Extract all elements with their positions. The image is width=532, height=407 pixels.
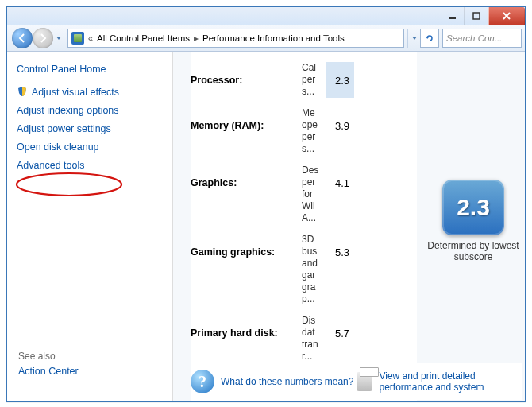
action-center-link[interactable]: Action Center [18, 366, 79, 377]
recent-dropdown[interactable] [53, 35, 64, 41]
table-row: Gaming graphics: 3D bus and gar gra p...… [191, 229, 417, 310]
row-desc: Dis dat tran r... [302, 315, 326, 362]
row-label: Processor: [191, 62, 302, 98]
sidebar-link-label: Adjust visual effects [32, 87, 119, 98]
sidebar: Control Panel Home Adjust visual effects… [7, 52, 172, 401]
row-desc: Me ope per s... [302, 107, 326, 155]
crumb-prefix: « [86, 33, 95, 43]
table-row: Graphics: Des per for Wii A... 4.1 [191, 160, 417, 229]
link-text: What do these numbers mean? [221, 376, 353, 387]
table-row: Processor: Cal per s... 2.3 [191, 57, 417, 103]
svg-point-2 [17, 173, 121, 196]
nav-back-forward [7, 28, 64, 48]
row-score: 4.1 [326, 165, 354, 224]
svg-rect-0 [449, 17, 456, 19]
bottom-links: ? What do these numbers mean? View and p… [191, 363, 522, 400]
address-dropdown[interactable] [407, 29, 420, 48]
search-input[interactable]: Search Con... [442, 29, 522, 48]
base-score-badge: 2.3 [442, 180, 504, 235]
chevron-right-icon: ▸ [191, 33, 201, 44]
row-desc: Des per for Wii A... [302, 165, 326, 224]
row-label: Memory (RAM): [191, 107, 302, 155]
titlebar [7, 7, 525, 25]
control-panel-icon [71, 32, 84, 45]
base-score-caption: Determined by lowest subscore [422, 240, 525, 262]
sidebar-link-indexing[interactable]: Adjust indexing options [17, 105, 163, 116]
svg-rect-1 [473, 13, 480, 19]
minimize-button[interactable] [441, 7, 465, 25]
sidebar-link-visual-effects[interactable]: Adjust visual effects [17, 86, 163, 98]
control-panel-home-link[interactable]: Control Panel Home [17, 64, 163, 75]
row-score: 2.3 [326, 62, 354, 98]
content: Processor: Cal per s... 2.3 Memory (RAM)… [173, 52, 525, 401]
row-desc: Cal per s... [302, 62, 326, 98]
forward-button[interactable] [33, 28, 53, 48]
help-icon: ? [191, 370, 214, 393]
shield-icon [17, 86, 28, 97]
crumb-performance[interactable]: Performance Information and Tools [202, 33, 345, 43]
print-link[interactable]: View and print detailed performance and … [357, 370, 522, 393]
link-text: View and print detailed performance and … [379, 370, 522, 393]
printer-icon [357, 372, 373, 391]
row-score: 5.3 [326, 234, 354, 305]
row-label: Primary hard disk: [191, 315, 302, 362]
sidebar-link-disk-cleanup[interactable]: Open disk cleanup [17, 141, 163, 153]
crumb-all-items[interactable]: All Control Panel Items [97, 33, 190, 43]
row-score: 5.7 [326, 315, 354, 362]
base-score-panel: 2.3 Determined by lowest subscore [422, 52, 525, 401]
help-link-numbers[interactable]: ? What do these numbers mean? [191, 370, 357, 393]
row-desc: 3D bus and gar gra p... [302, 234, 326, 305]
annotation-red-circle [12, 170, 139, 202]
row-label: Gaming graphics: [191, 234, 302, 305]
sidebar-link-advanced[interactable]: Advanced tools [17, 160, 163, 171]
search-placeholder: Search Con... [446, 33, 502, 43]
row-label: Graphics: [191, 165, 302, 224]
close-button[interactable] [488, 7, 525, 25]
refresh-button[interactable] [420, 29, 439, 48]
body: Control Panel Home Adjust visual effects… [7, 52, 525, 401]
navbar: « All Control Panel Items ▸ Performance … [7, 25, 525, 52]
back-button[interactable] [12, 28, 33, 48]
table-row: Memory (RAM): Me ope per s... 3.9 [191, 103, 417, 160]
address-bar[interactable]: « All Control Panel Items ▸ Performance … [67, 29, 404, 48]
maximize-button[interactable] [465, 7, 488, 25]
row-score: 3.9 [326, 107, 354, 155]
score-table: Processor: Cal per s... 2.3 Memory (RAM)… [191, 52, 417, 401]
table-row: Primary hard disk: Dis dat tran r... 5.7 [191, 310, 417, 367]
window: « All Control Panel Items ▸ Performance … [6, 6, 526, 402]
see-also-label: See also [18, 351, 56, 362]
sidebar-link-power[interactable]: Adjust power settings [17, 123, 163, 134]
